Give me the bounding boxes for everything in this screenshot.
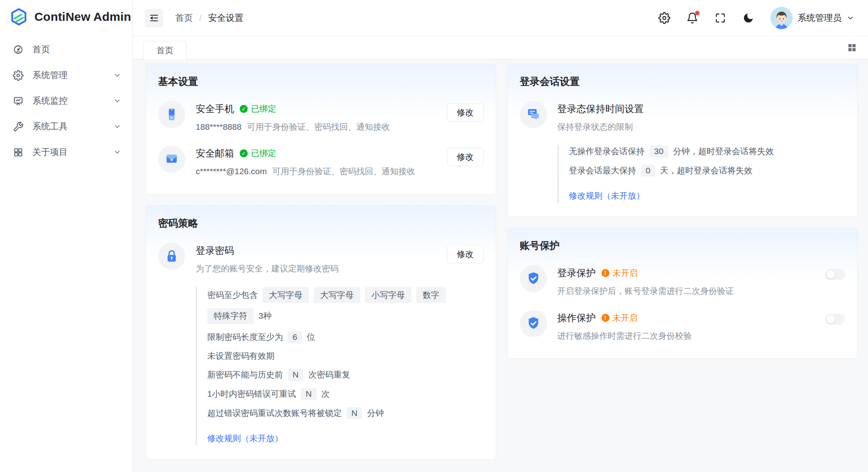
card-login-session: 登录会话设置 登录态保持时间设置 保持登录状态的限制 (507, 64, 858, 217)
login-protection-toggle[interactable] (825, 269, 845, 280)
sidebar-collapse-button[interactable] (145, 9, 163, 27)
tag-uppercase: 大写字母 (314, 287, 360, 303)
sidebar-item-home[interactable]: 首页 (4, 37, 128, 62)
rule-retry: 1小时内密码错误可重试 N 次 (207, 388, 484, 400)
status-badge: ✓ 已绑定 (240, 103, 276, 114)
operation-protection-toggle[interactable] (825, 314, 845, 325)
session-rules: 无操作登录会话保持 30 分钟，超时登录会话将失效 登录会话最大保持 0 天，超… (557, 145, 846, 203)
monitor-icon (13, 96, 24, 106)
warning-icon: ! (601, 314, 609, 322)
card-title: 登录会话设置 (508, 64, 858, 94)
user-menu[interactable]: 系统管理员 (770, 7, 854, 29)
modify-password-button[interactable]: 修改 (447, 245, 484, 263)
gear-icon (13, 70, 24, 81)
sidebar-item-label: 首页 (32, 44, 121, 56)
notification-badge (695, 11, 700, 15)
sidebar: ContiNew Admin 首页 系统管理 (0, 0, 133, 472)
sidebar-menu: 首页 系统管理 系统监控 (0, 34, 132, 165)
status-badge: ✓ 已绑定 (240, 148, 276, 159)
login-protection-item: 登录保护 ! 未开启 开启登录保护后，账号登录需进行二次身份验证 (508, 258, 858, 302)
item-title: 登录态保持时间设置 (557, 102, 644, 115)
avatar (770, 7, 793, 29)
item-title: 登录保护 (557, 267, 596, 279)
chevron-down-icon (113, 123, 121, 131)
masked-email: c********@126.com (196, 167, 267, 176)
email-icon (158, 145, 185, 173)
item-title: 登录密码 (196, 244, 234, 257)
sidebar-item-label: 系统监控 (32, 95, 104, 107)
fullscreen-icon[interactable] (714, 12, 726, 24)
modify-rules-link[interactable]: 修改规则（未开放） (569, 190, 645, 201)
logo[interactable]: ContiNew Admin (0, 0, 132, 34)
sidebar-item-system-tools[interactable]: 系统工具 (4, 114, 128, 139)
left-column: 基本设置 安全手机 ✓ (146, 64, 496, 472)
security-email-item: 安全邮箱 ✓ 已绑定 c********@126.com 可用于身份验证、密码找… (146, 138, 496, 183)
shield-check-icon (520, 310, 547, 337)
right-column: 登录会话设置 登录态保持时间设置 保持登录状态的限制 (507, 64, 858, 472)
rule-lock: 超过错误密码重试次数账号将被锁定 N 分钟 (207, 407, 484, 419)
sidebar-item-system-monitor[interactable]: 系统监控 (4, 88, 128, 114)
dashboard-icon (13, 44, 24, 55)
rule-max-keep: 登录会话最大保持 0 天，超时登录会话将失效 (569, 165, 846, 177)
settings-icon[interactable] (658, 12, 670, 24)
modify-phone-button[interactable]: 修改 (447, 103, 484, 122)
tab-home[interactable]: 首页 (143, 41, 186, 59)
rule-idle-timeout: 无操作登录会话保持 30 分钟，超时登录会话将失效 (569, 145, 846, 157)
dark-mode-moon-icon[interactable] (742, 12, 754, 24)
breadcrumb-separator: / (199, 13, 202, 23)
chevron-down-icon (113, 97, 121, 105)
card-basic-settings: 基本设置 安全手机 ✓ (146, 64, 496, 195)
user-name: 系统管理员 (798, 12, 842, 24)
item-title: 操作保护 (557, 311, 596, 324)
main-area: 首页 / 安全设置 (133, 0, 868, 472)
card-title: 账号保护 (508, 228, 858, 258)
status-badge: ! 未开启 (601, 267, 638, 279)
sidebar-item-about-project[interactable]: 关于项目 (4, 139, 128, 165)
app: { "app": { "title": "ContiNew Admin" }, … (0, 0, 868, 472)
item-title: 安全邮箱 (196, 147, 234, 160)
tag-special: 特殊字符 (207, 308, 254, 324)
rule-history: 新密码不能与历史前 N 次密码重复 (207, 369, 484, 381)
notifications-bell-icon[interactable] (686, 12, 698, 24)
lock-icon (158, 243, 185, 270)
max-days-value: 0 (641, 165, 656, 177)
item-title: 安全手机 (196, 102, 234, 115)
tag-lowercase: 小写字母 (365, 287, 411, 303)
card-password-policy: 密码策略 登录密码 为了您的账号安全， (146, 205, 496, 460)
status-badge: ! 未开启 (601, 312, 638, 323)
sidebar-item-system-management[interactable]: 系统管理 (4, 62, 128, 88)
tag-digit: 数字 (416, 287, 446, 303)
login-password-item: 登录密码 为了您的账号安全，建议定期修改密码 修改 (146, 235, 496, 280)
grid-icon (13, 147, 24, 158)
breadcrumb: 首页 / 安全设置 (175, 12, 243, 24)
password-rules: 密码至少包含 大写字母 大写字母 小写字母 数字 特殊字符 3种 限制密码长度至… (196, 287, 484, 446)
tab-label: 首页 (156, 45, 173, 56)
chevron-down-icon (113, 148, 121, 156)
session-keep-item: 登录态保持时间设置 保持登录状态的限制 (508, 94, 858, 138)
chevron-down-icon (113, 71, 121, 79)
card-title: 密码策略 (146, 206, 496, 235)
rule-char-types: 密码至少包含 大写字母 大写字母 小写字母 数字 特殊字符 3种 (207, 287, 484, 324)
chevron-down-icon (846, 14, 854, 22)
menu-fold-icon (149, 13, 159, 23)
tab-bar: 首页 (133, 36, 868, 59)
shield-check-icon (520, 265, 547, 292)
modify-email-button[interactable]: 修改 (447, 148, 484, 166)
app-logo-icon (10, 8, 28, 26)
breadcrumb-current: 安全设置 (208, 12, 243, 24)
card-account-protection: 账号保护 登录保护 ! 未开启 (507, 228, 858, 359)
header: 首页 / 安全设置 (133, 0, 868, 36)
page-content: 基本设置 安全手机 ✓ (133, 59, 868, 472)
card-title: 基本设置 (146, 64, 496, 94)
chat-bubbles-icon (520, 101, 547, 128)
wrench-icon (13, 121, 24, 132)
modify-rules-link[interactable]: 修改规则（未开放） (207, 433, 283, 444)
tag-uppercase: 大写字母 (263, 287, 309, 303)
rule-min-length: 限制密码长度至少为 6 位 (207, 331, 484, 343)
security-phone-item: 安全手机 ✓ 已绑定 188****8888 可用于身份验证、密码找回、通知接收… (146, 94, 496, 138)
sidebar-item-label: 系统工具 (32, 121, 104, 133)
rule-expiry: 未设置密码有效期 (207, 350, 484, 362)
app-title: ContiNew Admin (34, 10, 131, 24)
breadcrumb-home[interactable]: 首页 (175, 12, 193, 24)
tab-grid-icon[interactable] (847, 43, 868, 52)
